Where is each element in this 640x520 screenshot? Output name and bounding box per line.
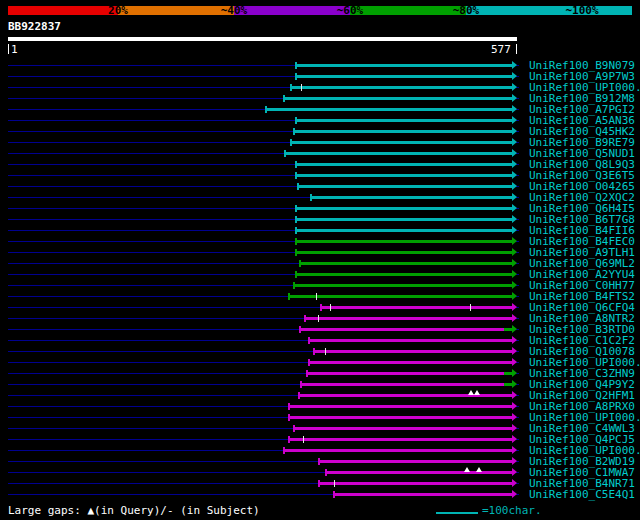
bar-start-tick bbox=[298, 392, 300, 399]
bar-start-tick bbox=[288, 436, 290, 443]
bar-arrowhead bbox=[512, 479, 517, 487]
hit-bar[interactable] bbox=[295, 174, 512, 177]
bar-start-tick bbox=[320, 304, 322, 311]
hit-bar[interactable] bbox=[308, 339, 512, 342]
identity-seg-4 bbox=[466, 6, 632, 15]
bar-high-identity-tip bbox=[504, 328, 512, 331]
hit-bar[interactable] bbox=[333, 493, 512, 496]
bar-start-tick bbox=[295, 238, 297, 245]
bar-start-tick bbox=[295, 73, 297, 80]
hit-bar[interactable] bbox=[293, 427, 512, 430]
hit-bar[interactable] bbox=[283, 97, 512, 100]
bar-start-tick bbox=[299, 260, 301, 267]
bar-arrowhead bbox=[512, 347, 517, 355]
bar-arrowhead bbox=[512, 325, 517, 333]
bar-arrowhead bbox=[512, 237, 517, 245]
scale-legend-label: =100char. bbox=[482, 505, 542, 517]
subject-gap-tick bbox=[316, 293, 317, 300]
hit-bar[interactable] bbox=[318, 482, 512, 485]
bar-start-tick bbox=[297, 183, 299, 190]
hit-bar[interactable] bbox=[283, 449, 512, 452]
hit-bar[interactable] bbox=[293, 130, 512, 133]
axis-min-label: 1 bbox=[11, 44, 18, 55]
hit-bar[interactable] bbox=[284, 152, 512, 155]
identity-seg-label: ~100% bbox=[565, 5, 598, 16]
hit-rows: UniRef100_B9N079UniRef100_A9P7W3UniRef10… bbox=[0, 60, 640, 500]
bar-start-tick bbox=[310, 194, 312, 201]
bar-arrowhead bbox=[512, 413, 517, 421]
bar-arrowhead bbox=[512, 193, 517, 201]
bar-start-tick bbox=[284, 150, 286, 157]
hit-bar[interactable] bbox=[295, 218, 512, 221]
bar-arrowhead bbox=[512, 336, 517, 344]
hit-bar[interactable] bbox=[295, 64, 512, 67]
hit-bar[interactable] bbox=[306, 372, 512, 375]
bar-high-identity-tip bbox=[504, 372, 512, 375]
hit-bar[interactable] bbox=[300, 383, 512, 386]
bar-start-tick bbox=[295, 271, 297, 278]
bar-arrowhead bbox=[512, 369, 517, 377]
hit-bar[interactable] bbox=[299, 262, 512, 265]
bar-start-tick bbox=[306, 370, 308, 377]
hit-row: UniRef100_C5E4Q1 bbox=[0, 489, 640, 500]
query-gap-marker bbox=[474, 390, 480, 395]
query-gap-marker bbox=[464, 467, 470, 472]
hit-bar[interactable] bbox=[297, 185, 512, 188]
bar-arrowhead bbox=[512, 94, 517, 102]
bar-arrowhead bbox=[512, 248, 517, 256]
bar-arrowhead bbox=[512, 160, 517, 168]
bar-start-tick bbox=[283, 447, 285, 454]
query-name: BB922837 bbox=[8, 21, 61, 33]
hit-bar[interactable] bbox=[318, 460, 512, 463]
hit-bar[interactable] bbox=[325, 471, 512, 474]
hit-bar[interactable] bbox=[308, 361, 512, 364]
bar-start-tick bbox=[295, 117, 297, 124]
bar-start-tick bbox=[283, 95, 285, 102]
subject-gap-tick bbox=[325, 348, 326, 355]
bar-start-tick bbox=[290, 139, 292, 146]
hit-bar[interactable] bbox=[304, 317, 512, 320]
hit-bar[interactable] bbox=[288, 295, 512, 298]
hit-bar[interactable] bbox=[293, 284, 512, 287]
hit-bar[interactable] bbox=[265, 108, 512, 111]
bar-start-tick bbox=[288, 414, 290, 421]
bar-arrowhead bbox=[512, 314, 517, 322]
bar-arrowhead bbox=[512, 402, 517, 410]
hit-bar[interactable] bbox=[295, 251, 512, 254]
subject-gap-tick bbox=[318, 315, 319, 322]
hit-bar[interactable] bbox=[290, 141, 512, 144]
axis-start-tick bbox=[8, 44, 9, 54]
hit-bar[interactable] bbox=[290, 86, 512, 89]
bar-arrowhead bbox=[512, 182, 517, 190]
bar-arrowhead bbox=[512, 72, 517, 80]
hit-bar[interactable] bbox=[288, 438, 512, 441]
bar-arrowhead bbox=[512, 105, 517, 113]
hit-bar[interactable] bbox=[288, 416, 512, 419]
hit-bar[interactable] bbox=[313, 350, 512, 353]
hit-bar[interactable] bbox=[295, 75, 512, 78]
query-gap-marker bbox=[468, 390, 474, 395]
hit-bar[interactable] bbox=[295, 229, 512, 232]
subject-gap-tick bbox=[470, 304, 471, 311]
hit-bar[interactable] bbox=[295, 207, 512, 210]
hit-bar[interactable] bbox=[299, 328, 512, 331]
hit-bar[interactable] bbox=[295, 163, 512, 166]
bar-arrowhead bbox=[512, 435, 517, 443]
bar-arrowhead bbox=[512, 127, 517, 135]
hit-bar[interactable] bbox=[295, 240, 512, 243]
bar-arrowhead bbox=[512, 171, 517, 179]
bar-start-tick bbox=[293, 282, 295, 289]
bar-start-tick bbox=[265, 106, 267, 113]
hit-bar[interactable] bbox=[310, 196, 512, 199]
hit-bar[interactable] bbox=[288, 405, 512, 408]
bar-start-tick bbox=[304, 315, 306, 322]
hit-label[interactable]: UniRef100_C5E4Q1 bbox=[529, 489, 635, 500]
hit-bar[interactable] bbox=[320, 306, 512, 309]
bar-start-tick bbox=[318, 458, 320, 465]
identity-scalebar: 20%~40%~60%~80%~100% bbox=[8, 6, 632, 15]
hit-bar[interactable] bbox=[295, 119, 512, 122]
identity-seg-label: 20% bbox=[108, 5, 128, 16]
bar-arrowhead bbox=[512, 204, 517, 212]
hit-bar[interactable] bbox=[295, 273, 512, 276]
identity-seg-3 bbox=[350, 6, 466, 15]
